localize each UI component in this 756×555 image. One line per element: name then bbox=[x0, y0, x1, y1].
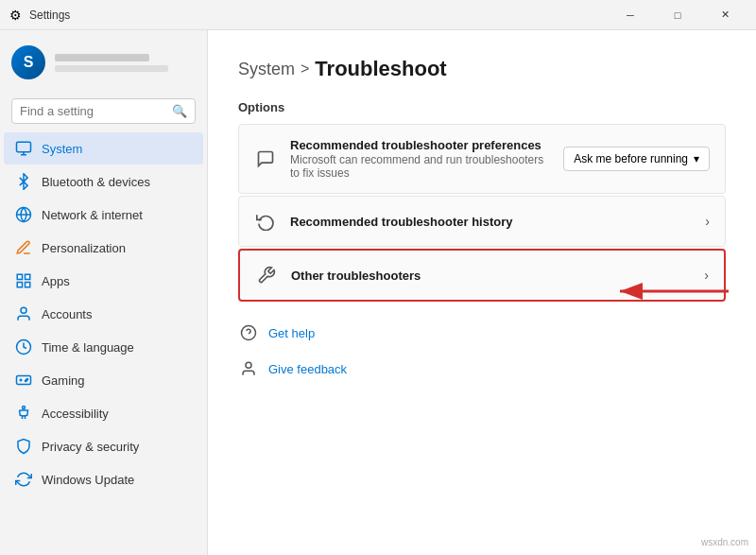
sidebar-item-personalization[interactable]: Personalization bbox=[4, 232, 203, 264]
option-recommended-history[interactable]: Recommended troubleshooter history › bbox=[238, 196, 726, 247]
get-help-link[interactable]: Get help bbox=[238, 317, 726, 349]
watermark: wsxdn.com bbox=[701, 537, 748, 547]
time-icon bbox=[15, 338, 32, 356]
option-subtitle-prefs: Microsoft can recommend and run troubles… bbox=[290, 153, 550, 180]
breadcrumb-parent[interactable]: System bbox=[238, 60, 295, 79]
sidebar-item-apps[interactable]: Apps bbox=[4, 265, 203, 297]
dropdown-label: Ask me before running bbox=[574, 152, 688, 165]
app-icon: ⚙ bbox=[9, 8, 22, 23]
give-feedback-link[interactable]: Give feedback bbox=[238, 353, 726, 385]
sidebar-item-gaming[interactable]: Gaming bbox=[4, 364, 203, 396]
svg-rect-4 bbox=[26, 274, 30, 279]
chat-icon bbox=[254, 147, 277, 170]
personalization-icon bbox=[15, 239, 32, 256]
options-section-label: Options bbox=[238, 100, 726, 114]
sidebar: S 🔍 System Bluetooth & devi bbox=[0, 30, 208, 555]
svg-rect-5 bbox=[26, 283, 30, 287]
breadcrumb: System > Troubleshoot bbox=[238, 57, 726, 81]
sidebar-label-update: Windows Update bbox=[42, 473, 134, 487]
option-title-other: Other troubleshooters bbox=[291, 269, 691, 283]
page-title: Troubleshoot bbox=[315, 57, 446, 81]
option-right-other: › bbox=[704, 268, 709, 283]
nav-items: System Bluetooth & devices Network & int… bbox=[0, 131, 207, 555]
svg-rect-9 bbox=[17, 376, 31, 385]
user-profile: S bbox=[0, 30, 207, 95]
accessibility-icon bbox=[15, 405, 32, 422]
bluetooth-icon bbox=[15, 173, 32, 190]
sidebar-item-bluetooth[interactable]: Bluetooth & devices bbox=[4, 165, 203, 198]
titlebar-left: ⚙ Settings bbox=[9, 8, 70, 23]
privacy-icon bbox=[15, 438, 32, 455]
update-icon bbox=[15, 471, 32, 488]
sidebar-label-system: System bbox=[42, 142, 82, 156]
sidebar-label-accessibility: Accessibility bbox=[42, 407, 109, 421]
chevron-right-icon: › bbox=[705, 214, 710, 229]
sidebar-item-privacy[interactable]: Privacy & security bbox=[4, 430, 203, 462]
get-help-icon bbox=[238, 322, 259, 343]
main-content: System > Troubleshoot Options Recommende… bbox=[208, 30, 756, 555]
gaming-icon bbox=[15, 372, 32, 389]
sidebar-item-network[interactable]: Network & internet bbox=[4, 199, 203, 231]
options-list: Recommended troubleshooter preferences M… bbox=[238, 124, 726, 302]
apps-icon bbox=[15, 272, 32, 289]
sidebar-label-network: Network & internet bbox=[42, 208, 143, 222]
sidebar-item-accounts[interactable]: Accounts bbox=[4, 298, 203, 330]
sidebar-item-system[interactable]: System bbox=[4, 132, 203, 165]
search-box[interactable]: 🔍 bbox=[11, 98, 196, 124]
search-icon: 🔍 bbox=[172, 104, 187, 118]
sidebar-label-accounts: Accounts bbox=[42, 307, 92, 321]
titlebar: ⚙ Settings ─ □ ✕ bbox=[0, 0, 756, 30]
extra-links: Get help Give feedback bbox=[238, 317, 726, 385]
titlebar-title: Settings bbox=[29, 9, 70, 22]
titlebar-controls: ─ □ ✕ bbox=[609, 0, 747, 30]
sidebar-label-bluetooth: Bluetooth & devices bbox=[42, 175, 150, 189]
user-email-bar bbox=[55, 65, 168, 72]
svg-rect-3 bbox=[17, 274, 22, 279]
sidebar-label-time: Time & language bbox=[42, 340, 134, 355]
accounts-icon bbox=[15, 305, 32, 322]
sidebar-item-update[interactable]: Windows Update bbox=[4, 463, 203, 495]
option-recommended-prefs[interactable]: Recommended troubleshooter preferences M… bbox=[238, 124, 726, 194]
sidebar-label-apps: Apps bbox=[42, 274, 70, 288]
feedback-icon bbox=[238, 358, 259, 379]
search-input[interactable] bbox=[20, 104, 166, 118]
app-container: S 🔍 System Bluetooth & devi bbox=[0, 30, 756, 555]
breadcrumb-separator: > bbox=[301, 61, 309, 78]
option-right-history: › bbox=[705, 214, 710, 229]
option-text-other: Other troubleshooters bbox=[291, 269, 691, 283]
wrench-icon bbox=[255, 264, 278, 286]
avatar: S bbox=[11, 45, 45, 79]
chevron-right-icon-other: › bbox=[704, 268, 709, 283]
sidebar-item-accessibility[interactable]: Accessibility bbox=[4, 397, 203, 429]
maximize-button[interactable]: □ bbox=[656, 0, 699, 30]
minimize-button[interactable]: ─ bbox=[609, 0, 652, 30]
history-icon bbox=[254, 210, 277, 233]
svg-rect-6 bbox=[17, 283, 22, 287]
user-info bbox=[55, 54, 168, 72]
dropdown-button-prefs[interactable]: Ask me before running ▾ bbox=[563, 147, 710, 171]
chevron-down-icon: ▾ bbox=[694, 152, 699, 165]
option-title-history: Recommended troubleshooter history bbox=[290, 215, 692, 229]
network-icon bbox=[15, 206, 32, 223]
sidebar-label-privacy: Privacy & security bbox=[42, 440, 139, 454]
option-title-prefs: Recommended troubleshooter preferences bbox=[290, 138, 550, 152]
svg-point-12 bbox=[23, 407, 26, 409]
svg-rect-0 bbox=[17, 142, 31, 152]
svg-point-11 bbox=[26, 380, 27, 382]
system-icon bbox=[15, 140, 32, 157]
sidebar-item-time[interactable]: Time & language bbox=[4, 331, 203, 363]
option-right-prefs: Ask me before running ▾ bbox=[563, 147, 710, 171]
user-name-bar bbox=[55, 54, 149, 61]
svg-point-7 bbox=[21, 307, 26, 313]
option-other-troubleshooters[interactable]: Other troubleshooters › bbox=[238, 249, 726, 302]
give-feedback-text: Give feedback bbox=[268, 362, 347, 376]
sidebar-label-personalization: Personalization bbox=[42, 241, 126, 255]
sidebar-label-gaming: Gaming bbox=[42, 373, 85, 388]
close-button[interactable]: ✕ bbox=[703, 0, 747, 30]
option-text-prefs: Recommended troubleshooter preferences M… bbox=[290, 138, 550, 180]
option-text-history: Recommended troubleshooter history bbox=[290, 215, 692, 229]
get-help-text: Get help bbox=[268, 326, 315, 340]
svg-point-16 bbox=[246, 362, 251, 368]
